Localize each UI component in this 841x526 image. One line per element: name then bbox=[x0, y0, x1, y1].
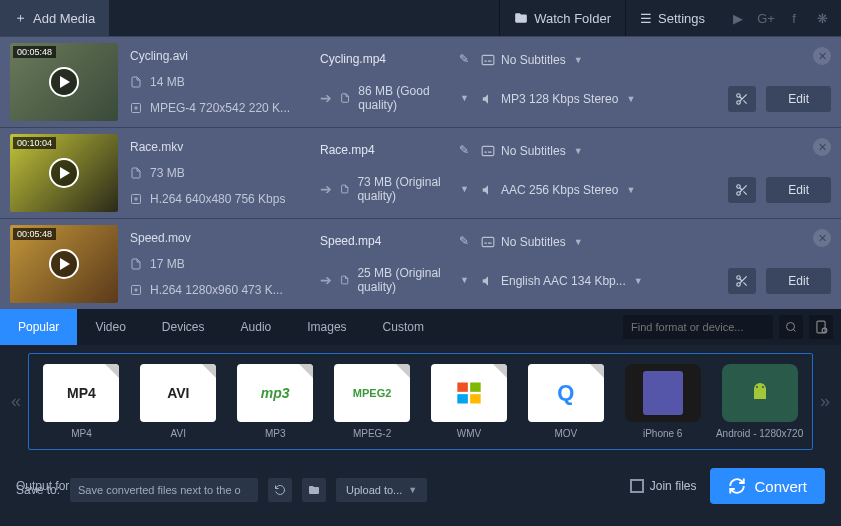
rename-icon[interactable]: ✎ bbox=[459, 143, 469, 157]
edit-button[interactable]: Edit bbox=[766, 177, 831, 203]
tab-custom[interactable]: Custom bbox=[365, 309, 442, 345]
svg-point-3 bbox=[737, 100, 741, 104]
folder-icon bbox=[514, 11, 528, 25]
browse-folder-button[interactable] bbox=[302, 478, 326, 502]
googleplus-icon[interactable]: G+ bbox=[753, 0, 779, 36]
tab-audio[interactable]: Audio bbox=[223, 309, 290, 345]
carousel-prev[interactable]: « bbox=[4, 391, 28, 412]
remove-button[interactable]: ✕ bbox=[813, 229, 831, 247]
quality-dropdown[interactable]: 73 MB (Original quality)▼ bbox=[357, 175, 469, 203]
svg-rect-18 bbox=[470, 394, 481, 403]
thumbnail[interactable]: 00:10:04 bbox=[10, 134, 118, 212]
svg-rect-9 bbox=[482, 237, 494, 246]
quality-dropdown[interactable]: 25 MB (Original quality)▼ bbox=[357, 266, 469, 294]
edit-button[interactable]: Edit bbox=[766, 86, 831, 112]
svg-point-2 bbox=[737, 93, 741, 97]
preset-mp4[interactable]: MP4MP4 bbox=[37, 364, 126, 439]
tab-devices[interactable]: Devices bbox=[144, 309, 223, 345]
chevron-down-icon: ▼ bbox=[460, 184, 469, 194]
svg-point-6 bbox=[737, 184, 741, 188]
chevron-down-icon: ▼ bbox=[460, 275, 469, 285]
preset-mp3[interactable]: mp3MP3 bbox=[231, 364, 320, 439]
file-icon bbox=[130, 257, 142, 271]
file-row: 00:10:04 Race.mkv 73 MB H.264 640x480 75… bbox=[0, 127, 841, 218]
history-button[interactable] bbox=[268, 478, 292, 502]
play-icon bbox=[49, 67, 79, 97]
tab-popular[interactable]: Popular bbox=[0, 309, 77, 345]
chevron-down-icon: ▼ bbox=[574, 146, 583, 156]
audio-dropdown[interactable]: AAC 256 Kbps Stereo▼ bbox=[501, 183, 635, 197]
thumbnail[interactable]: 00:05:48 bbox=[10, 225, 118, 303]
preset-mov[interactable]: QMOV bbox=[521, 364, 610, 439]
crop-button[interactable] bbox=[728, 177, 756, 203]
audio-dropdown[interactable]: English AAC 134 Kbp...▼ bbox=[501, 274, 643, 288]
plus-icon: ＋ bbox=[14, 9, 27, 27]
output-filename: Speed.mp4 bbox=[320, 234, 451, 248]
file-icon bbox=[340, 182, 349, 196]
svg-point-20 bbox=[762, 386, 764, 388]
subtitle-icon bbox=[481, 235, 495, 249]
rename-icon[interactable]: ✎ bbox=[459, 234, 469, 248]
file-row: 00:05:48 Speed.mov 17 MB H.264 1280x960 … bbox=[0, 218, 841, 309]
svg-rect-16 bbox=[470, 383, 481, 392]
info-icon bbox=[130, 284, 142, 296]
format-search-input[interactable] bbox=[623, 315, 773, 339]
tab-video[interactable]: Video bbox=[77, 309, 143, 345]
source-filename: Cycling.avi bbox=[130, 49, 308, 63]
svg-rect-1 bbox=[482, 55, 494, 64]
source-filename: Speed.mov bbox=[130, 231, 308, 245]
watch-folder-button[interactable]: Watch Folder bbox=[499, 0, 625, 36]
preset-avi[interactable]: AVIAVI bbox=[134, 364, 223, 439]
source-size: 17 MB bbox=[150, 257, 185, 271]
subtitles-dropdown[interactable]: No Subtitles▼ bbox=[501, 144, 583, 158]
add-media-button[interactable]: ＋ Add Media bbox=[0, 0, 109, 36]
svg-point-7 bbox=[737, 191, 741, 195]
play-icon bbox=[49, 249, 79, 279]
source-info: H.264 640x480 756 Kbps bbox=[150, 192, 285, 206]
source-size: 14 MB bbox=[150, 75, 185, 89]
chevron-down-icon: ▼ bbox=[460, 93, 469, 103]
source-size: 73 MB bbox=[150, 166, 185, 180]
preset-mpeg2[interactable]: MPEG2MPEG-2 bbox=[328, 364, 417, 439]
thumbnail[interactable]: 00:05:48 bbox=[10, 43, 118, 121]
edit-button[interactable]: Edit bbox=[766, 268, 831, 294]
quality-dropdown[interactable]: 86 MB (Good quality)▼ bbox=[358, 84, 469, 112]
source-info: MPEG-4 720x542 220 K... bbox=[150, 101, 290, 115]
svg-rect-13 bbox=[817, 321, 825, 333]
source-filename: Race.mkv bbox=[130, 140, 308, 154]
svg-point-19 bbox=[756, 386, 758, 388]
save-path-input[interactable] bbox=[70, 478, 258, 502]
device-detect-icon bbox=[814, 320, 828, 334]
audio-dropdown[interactable]: MP3 128 Kbps Stereo▼ bbox=[501, 92, 635, 106]
settings-button[interactable]: ☰ Settings bbox=[625, 0, 719, 36]
svg-point-10 bbox=[737, 275, 741, 279]
output-filename: Cycling.mp4 bbox=[320, 52, 451, 66]
crop-button[interactable] bbox=[728, 86, 756, 112]
crop-button[interactable] bbox=[728, 268, 756, 294]
upload-dropdown[interactable]: Upload to...▼ bbox=[336, 478, 427, 502]
carousel-next[interactable]: » bbox=[813, 391, 837, 412]
svg-rect-5 bbox=[482, 146, 494, 155]
preset-android[interactable]: Android - 1280x720 bbox=[715, 364, 804, 439]
preset-wmv[interactable]: WMV bbox=[425, 364, 514, 439]
search-button[interactable] bbox=[779, 315, 803, 339]
file-icon bbox=[340, 273, 349, 287]
subtitles-dropdown[interactable]: No Subtitles▼ bbox=[501, 53, 583, 67]
detect-device-button[interactable] bbox=[809, 315, 833, 339]
facebook-icon[interactable]: f bbox=[781, 0, 807, 36]
chevron-down-icon: ▼ bbox=[408, 485, 417, 495]
play-icon bbox=[49, 158, 79, 188]
preset-iphone6[interactable]: iPhone 6 bbox=[618, 364, 707, 439]
svg-point-12 bbox=[787, 323, 795, 331]
history-icon bbox=[274, 484, 286, 496]
remove-button[interactable]: ✕ bbox=[813, 138, 831, 156]
watch-folder-label: Watch Folder bbox=[534, 11, 611, 26]
rename-icon[interactable]: ✎ bbox=[459, 52, 469, 66]
audio-icon bbox=[481, 183, 495, 197]
help-icon[interactable]: ❋ bbox=[809, 0, 835, 36]
tab-images[interactable]: Images bbox=[289, 309, 364, 345]
remove-button[interactable]: ✕ bbox=[813, 47, 831, 65]
youtube-icon[interactable]: ▶ bbox=[725, 0, 751, 36]
info-icon bbox=[130, 193, 142, 205]
subtitles-dropdown[interactable]: No Subtitles▼ bbox=[501, 235, 583, 249]
